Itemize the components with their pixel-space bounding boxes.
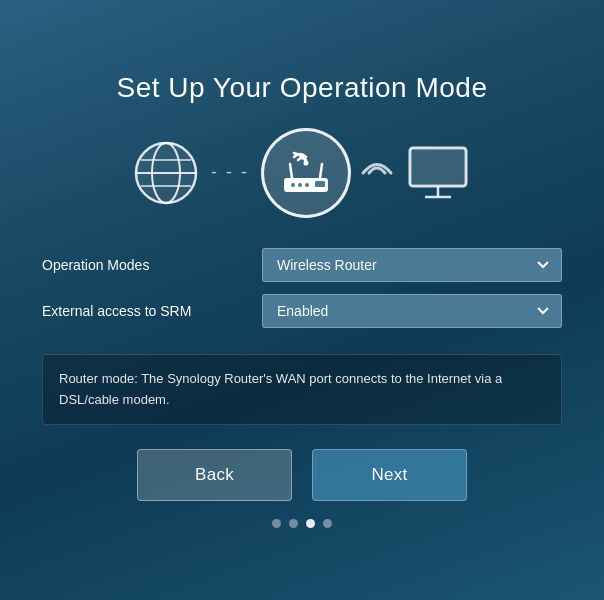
svg-point-6 [303, 160, 308, 165]
dot-1 [272, 519, 281, 528]
operation-modes-label: Operation Modes [42, 257, 262, 273]
external-access-select[interactable]: Enabled Disabled [262, 294, 562, 328]
svg-point-12 [305, 183, 309, 187]
svg-point-11 [298, 183, 302, 187]
dot-2 [289, 519, 298, 528]
page-dots [272, 519, 332, 528]
back-button[interactable]: Back [137, 449, 292, 501]
monitor-icon [405, 143, 471, 203]
description-box: Router mode: The Synology Router's WAN p… [42, 354, 562, 426]
dot-4 [323, 519, 332, 528]
page-title: Set Up Your Operation Mode [116, 72, 487, 104]
external-access-label: External access to SRM [42, 303, 262, 319]
svg-rect-13 [315, 181, 325, 187]
next-button[interactable]: Next [312, 449, 467, 501]
router-circle [261, 128, 351, 218]
network-diagram: - - - [133, 128, 471, 218]
main-container: Set Up Your Operation Mode - - - [12, 72, 592, 529]
external-access-row: External access to SRM Enabled Disabled [42, 294, 562, 328]
svg-point-10 [291, 183, 295, 187]
svg-rect-15 [412, 150, 464, 184]
svg-point-5 [136, 143, 196, 203]
wifi-waves-icon [359, 148, 397, 198]
button-row: Back Next [137, 449, 467, 501]
svg-line-8 [290, 164, 292, 178]
globe-icon [133, 140, 199, 206]
svg-line-9 [320, 164, 322, 178]
router-icon [280, 150, 332, 196]
dot-3 [306, 519, 315, 528]
connection-dashes: - - - [211, 162, 249, 183]
operation-modes-row: Operation Modes Wireless Router Access P… [42, 248, 562, 282]
description-text: Router mode: The Synology Router's WAN p… [59, 371, 502, 407]
operation-modes-select[interactable]: Wireless Router Access Point Wireless Br… [262, 248, 562, 282]
form-section: Operation Modes Wireless Router Access P… [12, 248, 592, 340]
